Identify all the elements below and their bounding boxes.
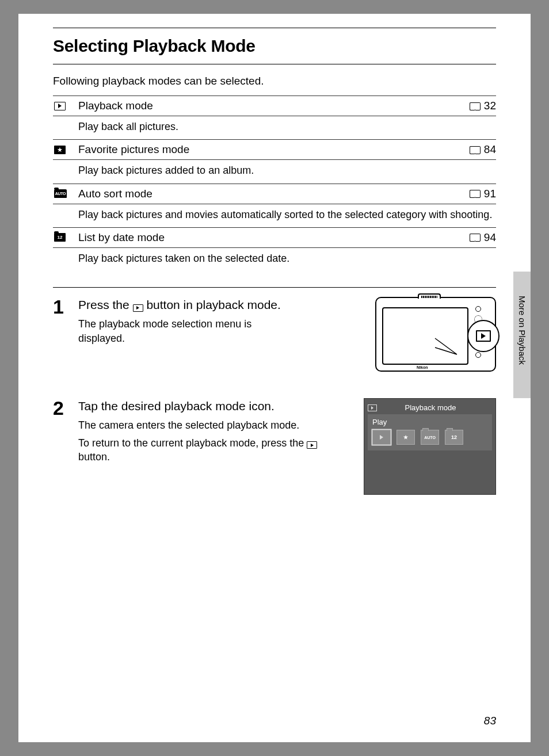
camera-brand: Nikon bbox=[417, 365, 428, 369]
screen-header: Playback mode bbox=[368, 402, 492, 414]
step-title: Tap the desired playback mode icon. bbox=[78, 398, 349, 414]
camera-control bbox=[475, 306, 481, 312]
step-title-part: Press the bbox=[78, 298, 133, 311]
screen-favorite-icon[interactable]: ★ bbox=[396, 430, 415, 445]
camera-illustration: Nikon bbox=[306, 297, 496, 383]
mode-list: Playback mode 32 Play back all pictures.… bbox=[53, 96, 496, 271]
rule-under-title bbox=[53, 64, 496, 64]
mode-row: 12 List by date mode 94 bbox=[53, 227, 496, 247]
book-icon bbox=[469, 102, 482, 110]
step-body: Tap the desired playback mode icon. The … bbox=[78, 398, 349, 495]
screen-icon-row: ★ AUTO 12 bbox=[372, 430, 487, 445]
step-title: Press the button in playback mode. bbox=[78, 297, 297, 312]
screen-header-title: Playback mode bbox=[380, 403, 492, 412]
screen-play-icon[interactable] bbox=[372, 430, 391, 445]
favorite-icon: ★ bbox=[53, 146, 78, 154]
page-title: Selecting Playback Mode bbox=[53, 36, 496, 56]
page-number: 83 bbox=[484, 715, 496, 727]
camera-control bbox=[475, 352, 481, 358]
step-text-part: button. bbox=[78, 451, 110, 463]
play-icon bbox=[133, 304, 143, 312]
step-1: 1 Press the button in playback mode. The… bbox=[53, 288, 496, 383]
mode-row: AUTO Auto sort mode 91 bbox=[53, 184, 496, 204]
mode-description: Play back pictures taken on the selected… bbox=[53, 247, 496, 271]
mode-row: ★ Favorite pictures mode 84 bbox=[53, 139, 496, 159]
step-text: The playback mode selection menu is disp… bbox=[78, 317, 297, 345]
book-icon bbox=[469, 233, 482, 242]
mode-name: Playback mode bbox=[78, 100, 469, 112]
step-text-part: To return to the current playback mode, … bbox=[78, 437, 307, 449]
page-reference: 84 bbox=[469, 143, 496, 156]
step-text: The camera enters the selected playback … bbox=[78, 418, 349, 432]
date-icon: 12 bbox=[53, 233, 78, 242]
side-section-label: More on Playback bbox=[517, 296, 527, 365]
rule-top bbox=[53, 28, 496, 28]
mode-description: Play back pictures and movies automatica… bbox=[53, 204, 496, 227]
page-reference: 91 bbox=[469, 188, 496, 200]
auto-sort-icon: AUTO bbox=[53, 189, 78, 198]
play-icon bbox=[476, 330, 491, 342]
play-icon bbox=[307, 441, 317, 449]
mode-name: List by date mode bbox=[78, 231, 469, 244]
page: More on Playback Selecting Playback Mode… bbox=[18, 14, 531, 742]
intro-text: Following playback modes can be selected… bbox=[53, 75, 496, 87]
play-icon bbox=[53, 102, 78, 110]
page-number-ref: 32 bbox=[484, 100, 496, 112]
screen-illustration: Playback mode Play ★ AUTO 12 bbox=[358, 398, 496, 495]
play-icon bbox=[368, 404, 377, 411]
camera-screen-mock: Playback mode Play ★ AUTO 12 bbox=[364, 398, 496, 495]
mode-name: Favorite pictures mode bbox=[78, 143, 469, 156]
page-number-ref: 94 bbox=[484, 231, 496, 244]
content-area: Selecting Playback Mode Following playba… bbox=[18, 14, 531, 495]
screen-subtitle: Play bbox=[372, 418, 487, 426]
screen-body: Play ★ AUTO 12 bbox=[368, 414, 492, 450]
screen-auto-icon[interactable]: AUTO bbox=[421, 430, 439, 445]
step-number: 1 bbox=[53, 297, 69, 383]
book-icon bbox=[469, 146, 482, 154]
book-icon bbox=[469, 189, 482, 198]
play-button-callout bbox=[467, 320, 500, 352]
page-number-ref: 84 bbox=[484, 143, 496, 156]
page-reference: 94 bbox=[469, 231, 496, 244]
mode-description: Play back pictures added to an album. bbox=[53, 159, 496, 183]
step-2: 2 Tap the desired playback mode icon. Th… bbox=[53, 383, 496, 495]
step-number: 2 bbox=[53, 398, 69, 495]
page-number-ref: 91 bbox=[484, 188, 496, 200]
mode-name: Auto sort mode bbox=[78, 188, 469, 200]
page-reference: 32 bbox=[469, 100, 496, 112]
step-text: To return to the current playback mode, … bbox=[78, 436, 349, 464]
mode-description: Play back all pictures. bbox=[53, 116, 496, 139]
camera-top-grip bbox=[418, 293, 441, 299]
callout-leader-line bbox=[434, 337, 468, 360]
step-body: Press the button in playback mode. The p… bbox=[78, 297, 297, 383]
mode-row: Playback mode 32 bbox=[53, 96, 496, 116]
step-title-part: button in playback mode. bbox=[146, 298, 280, 311]
screen-date-icon[interactable]: 12 bbox=[445, 430, 463, 445]
